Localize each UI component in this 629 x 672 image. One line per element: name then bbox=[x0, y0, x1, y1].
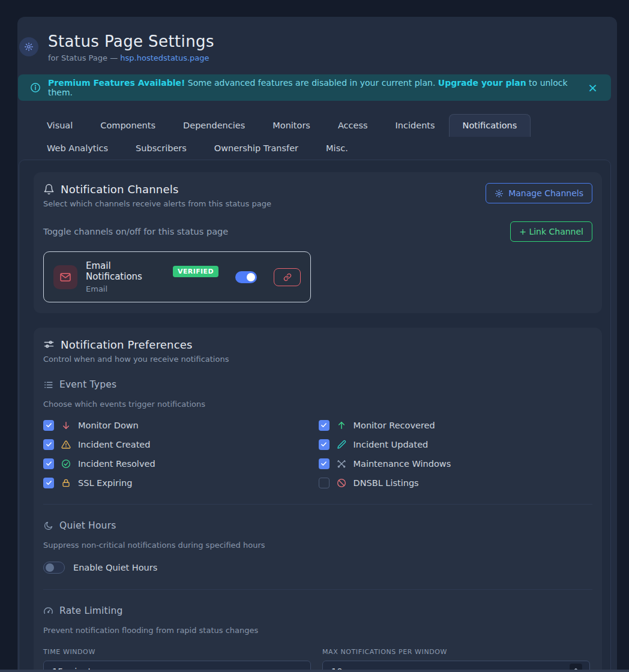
check-icon bbox=[46, 479, 52, 486]
checkbox-unchecked[interactable] bbox=[319, 478, 330, 488]
max-notifications-label: MAX NOTIFICATIONS PER WINDOW bbox=[322, 648, 590, 656]
event-label: Maintenance Windows bbox=[354, 459, 451, 469]
tab-notifications[interactable]: Notifications bbox=[449, 114, 531, 137]
event-row-incident-resolved[interactable]: Incident Resolved bbox=[43, 458, 319, 469]
toggle-knob bbox=[247, 273, 255, 281]
checkbox-checked[interactable] bbox=[319, 439, 330, 450]
event-label: DNSBL Listings bbox=[354, 478, 419, 488]
warning-triangle-icon bbox=[61, 440, 71, 449]
channels-heading-block: Notification Channels Select which chann… bbox=[43, 183, 271, 208]
event-row-monitor-down[interactable]: Monitor Down bbox=[43, 419, 319, 431]
close-icon[interactable]: × bbox=[585, 79, 600, 96]
channel-type: Email bbox=[86, 284, 218, 293]
event-types-heading: Event Types bbox=[43, 379, 592, 390]
tab-monitors[interactable]: Monitors bbox=[259, 114, 324, 137]
tab-access[interactable]: Access bbox=[324, 114, 382, 137]
event-row-maintenance-windows[interactable]: Maintenance Windows bbox=[319, 458, 594, 469]
email-channel-toggle[interactable] bbox=[235, 271, 257, 283]
quiet-hours-subtitle: Suppress non-critical notifications duri… bbox=[43, 541, 592, 550]
channels-subtitle: Select which channels receive alerts fro… bbox=[43, 199, 271, 208]
notification-channels-card: Notification Channels Select which chann… bbox=[34, 172, 602, 313]
event-row-dnsbl-listings[interactable]: DNSBL Listings bbox=[319, 477, 594, 488]
check-icon bbox=[46, 441, 52, 448]
rate-limiting-heading: Rate Limiting bbox=[43, 605, 592, 616]
premium-banner: Premium Features Available! Some advance… bbox=[18, 74, 611, 101]
lock-icon bbox=[61, 478, 71, 488]
divider bbox=[43, 504, 592, 505]
event-row-incident-updated[interactable]: Incident Updated bbox=[319, 439, 594, 450]
checkbox-checked[interactable] bbox=[43, 439, 54, 450]
manage-channels-button[interactable]: Manage Channels bbox=[486, 183, 592, 203]
sliders-icon bbox=[43, 339, 55, 350]
event-row-monitor-recovered[interactable]: Monitor Recovered bbox=[319, 419, 594, 431]
event-types-subtitle: Choose which events trigger notification… bbox=[43, 400, 592, 409]
info-icon bbox=[30, 82, 41, 93]
checkbox-checked[interactable] bbox=[43, 458, 54, 469]
checkbox-checked[interactable] bbox=[43, 420, 54, 431]
toggle-hint: Toggle channels on/off for this status p… bbox=[43, 227, 228, 236]
quiet-hours-title: Quiet Hours bbox=[59, 520, 116, 531]
gear-icon bbox=[495, 189, 504, 198]
gear-avatar bbox=[19, 37, 38, 56]
banner-bold-text: Premium Features Available! bbox=[48, 78, 185, 88]
tab-misc[interactable]: Misc. bbox=[312, 137, 362, 160]
checkbox-checked[interactable] bbox=[43, 478, 54, 488]
page-header: Status Page Settings for Status Page — h… bbox=[17, 17, 617, 62]
envelope-icon bbox=[59, 271, 71, 283]
tab-web-analytics[interactable]: Web Analytics bbox=[33, 137, 122, 160]
event-label: Incident Resolved bbox=[78, 459, 155, 469]
divider bbox=[43, 589, 592, 590]
event-label: Incident Created bbox=[78, 440, 150, 449]
rate-limiting-form: TIME WINDOW 15 minutes MAX NOTIFICATIONS… bbox=[43, 648, 592, 672]
rate-limiting-title: Rate Limiting bbox=[59, 605, 122, 616]
unlink-channel-button[interactable] bbox=[274, 268, 301, 286]
ban-icon bbox=[337, 478, 346, 488]
bottom-divider bbox=[0, 670, 629, 672]
link-channel-label: + Link Channel bbox=[519, 227, 583, 236]
checkbox-checked[interactable] bbox=[319, 458, 330, 469]
check-icon bbox=[321, 460, 327, 467]
link-channel-button[interactable]: + Link Channel bbox=[510, 221, 592, 242]
event-label: Monitor Recovered bbox=[354, 421, 435, 430]
event-types-grid: Monitor Down Monitor Recovered Incident … bbox=[43, 419, 594, 488]
banner-middle-text: Some advanced features are disabled in y… bbox=[185, 78, 438, 88]
subtitle-text: for Status Page — bbox=[48, 53, 120, 62]
gear-icon bbox=[24, 42, 34, 52]
quiet-hours-toggle[interactable] bbox=[43, 562, 65, 574]
preferences-subtitle: Control when and how you receive notific… bbox=[43, 355, 229, 364]
check-icon bbox=[46, 460, 52, 467]
arrow-down-icon bbox=[61, 421, 71, 430]
tools-icon bbox=[337, 459, 346, 469]
email-channel-card: Email Notifications VERIFIED Email bbox=[43, 251, 311, 302]
preferences-heading-block: Notification Preferences Control when an… bbox=[43, 338, 229, 364]
gauge-icon bbox=[43, 606, 53, 616]
page-title: Status Page Settings bbox=[48, 32, 214, 50]
pencil-icon bbox=[337, 440, 346, 449]
preferences-title: Notification Preferences bbox=[61, 338, 193, 351]
tab-subscribers[interactable]: Subscribers bbox=[122, 137, 200, 160]
tab-incidents[interactable]: Incidents bbox=[382, 114, 449, 137]
event-row-incident-created[interactable]: Incident Created bbox=[43, 439, 319, 450]
quiet-hours-toggle-label: Enable Quiet Hours bbox=[73, 563, 157, 572]
event-label: Monitor Down bbox=[78, 421, 139, 430]
status-page-link[interactable]: hsp.hostedstatus.page bbox=[120, 53, 209, 62]
checkbox-checked[interactable] bbox=[319, 420, 330, 431]
notification-preferences-card: Notification Preferences Control when an… bbox=[34, 328, 602, 672]
toggle-knob bbox=[46, 563, 54, 572]
rate-limiting-subtitle: Prevent notification flooding from rapid… bbox=[43, 626, 592, 635]
settings-tabs: Visual Components Dependencies Monitors … bbox=[33, 114, 591, 160]
check-icon bbox=[321, 422, 327, 428]
bell-icon bbox=[43, 184, 55, 195]
check-icon bbox=[46, 422, 52, 428]
upgrade-plan-link[interactable]: Upgrade your plan bbox=[438, 78, 526, 88]
tab-ownership-transfer[interactable]: Ownership Transfer bbox=[200, 137, 312, 160]
banner-message: Premium Features Available! Some advance… bbox=[48, 78, 578, 97]
list-icon bbox=[43, 380, 53, 390]
tab-visual[interactable]: Visual bbox=[33, 114, 86, 137]
page-subtitle: for Status Page — hsp.hostedstatus.page bbox=[48, 53, 214, 62]
tab-dependencies[interactable]: Dependencies bbox=[169, 114, 259, 137]
event-row-ssl-expiring[interactable]: SSL Expiring bbox=[43, 477, 319, 488]
event-label: SSL Expiring bbox=[78, 478, 132, 488]
tab-components[interactable]: Components bbox=[86, 114, 169, 137]
arrow-up-icon bbox=[337, 421, 346, 430]
